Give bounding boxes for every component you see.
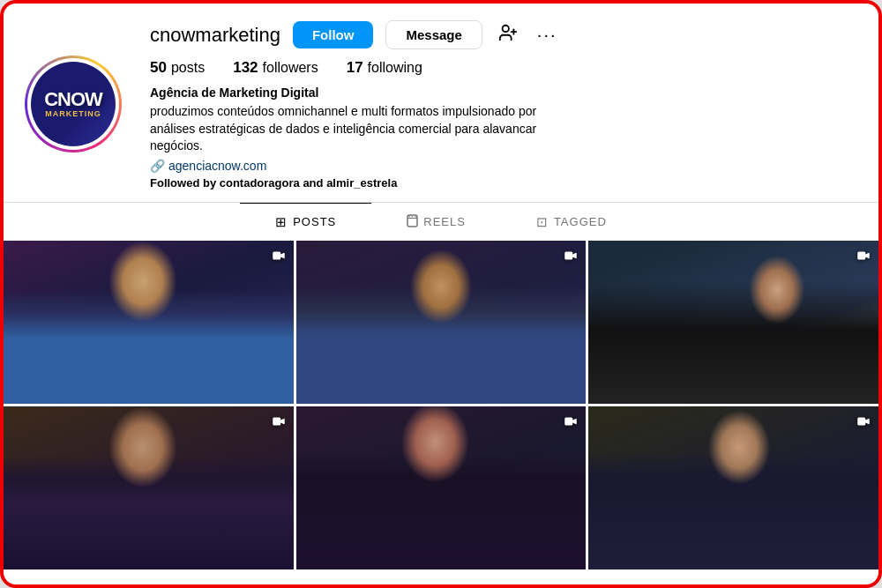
video-indicator-3 [856, 248, 871, 268]
grid-cell-3[interactable] [588, 241, 878, 404]
svg-point-6 [412, 216, 414, 218]
posts-stat[interactable]: 50 posts [150, 59, 205, 77]
following-count: 17 [347, 59, 363, 77]
profile-header: CNOW MARKETING cnowmarketing Follow Mess… [4, 4, 878, 198]
followed-by-user1-name[interactable]: contadoragora [220, 176, 300, 190]
video-indicator-4 [271, 413, 287, 434]
reels-icon [407, 214, 418, 230]
thumbnail-6 [588, 406, 878, 569]
tab-posts-label: POSTS [293, 215, 336, 228]
bio-section: Agência de Marketing Digital produzimos … [150, 86, 857, 190]
thumbnail-1 [4, 241, 294, 404]
video-indicator-6 [856, 413, 871, 434]
posts-label: posts [171, 60, 205, 76]
follow-button[interactable]: Follow [293, 21, 374, 48]
thumbnail-4 [4, 406, 294, 569]
avatar-inner: CNOW MARKETING [27, 58, 119, 150]
tab-tagged-label: TAGGED [554, 215, 607, 228]
tab-tagged[interactable]: ⊡ TAGGED [501, 203, 642, 241]
instagram-profile-page: CNOW MARKETING cnowmarketing Follow Mess… [0, 0, 882, 588]
tab-posts[interactable]: ⊞ POSTS [240, 203, 371, 241]
grid-cell-1[interactable] [4, 241, 294, 404]
followers-stat[interactable]: 132 followers [233, 59, 318, 77]
followers-label: followers [263, 60, 318, 76]
video-indicator-2 [563, 248, 579, 268]
followers-count: 132 [233, 59, 258, 77]
svg-point-5 [408, 216, 410, 218]
posts-icon: ⊞ [275, 214, 288, 230]
logo-marketing-text: MARKETING [45, 109, 101, 118]
profile-tabs: ⊞ POSTS REELS ⊡ TAGGED [4, 202, 878, 241]
link-icon: 🔗 [150, 159, 165, 173]
posts-grid [4, 241, 878, 584]
video-indicator-1 [271, 248, 287, 268]
following-label: following [368, 60, 422, 76]
stats-row: 50 posts 132 followers 17 following [150, 59, 857, 77]
bio-name: Agência de Marketing Digital [150, 86, 857, 100]
link-text: agenciacnow.com [168, 159, 266, 173]
bio-link[interactable]: 🔗 agenciacnow.com [150, 159, 857, 173]
following-stat[interactable]: 17 following [347, 59, 422, 77]
add-user-button[interactable] [495, 19, 521, 50]
thumbnail-5 [296, 406, 587, 569]
logo-cnow-text: CNOW [44, 90, 102, 109]
video-indicator-5 [563, 413, 579, 434]
profile-avatar: CNOW MARKETING [31, 62, 116, 146]
posts-count: 50 [150, 59, 167, 77]
svg-point-0 [502, 26, 508, 32]
username-label: cnowmarketing [150, 24, 280, 47]
bio-text: produzimos conteúdos omnichannel e multi… [150, 103, 573, 155]
username-row: cnowmarketing Follow Message ··· [150, 19, 857, 50]
svg-point-7 [415, 216, 416, 218]
tagged-icon: ⊡ [536, 214, 549, 230]
thumbnail-3 [588, 241, 878, 404]
more-options-button[interactable]: ··· [534, 21, 561, 48]
thumbnail-2 [296, 241, 587, 404]
followed-by-user2-name[interactable]: almir_estrela [326, 176, 397, 190]
grid-cell-5[interactable] [296, 406, 587, 569]
grid-cell-2[interactable] [296, 241, 587, 404]
avatar-ring[interactable]: CNOW MARKETING [25, 56, 122, 153]
followed-by: Followed by contadoragora and almir_estr… [150, 176, 857, 190]
message-button[interactable]: Message [385, 20, 482, 49]
grid-cell-6[interactable] [588, 406, 878, 569]
tab-reels-label: REELS [423, 215, 466, 228]
profile-info: cnowmarketing Follow Message ··· 50 [150, 19, 857, 190]
grid-cell-4[interactable] [4, 406, 294, 569]
tab-reels[interactable]: REELS [371, 203, 501, 241]
